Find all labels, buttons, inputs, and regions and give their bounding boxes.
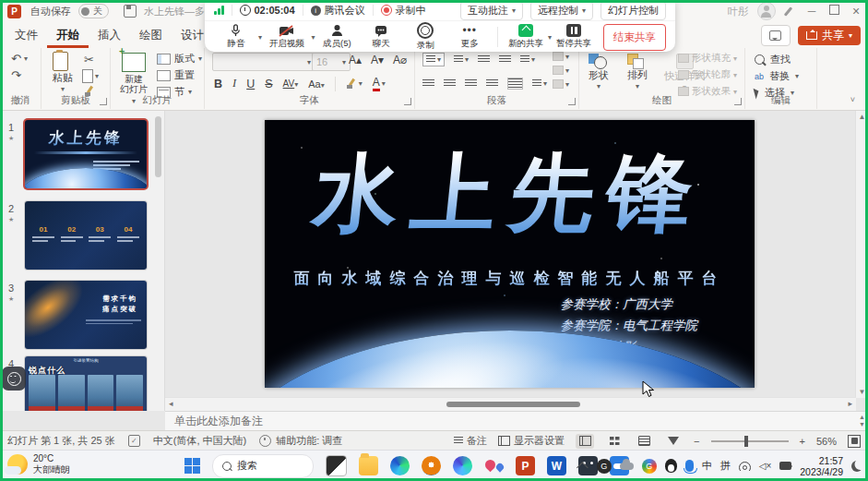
distribute-button[interactable] (507, 78, 523, 90)
font-color-button[interactable]: A▾ (373, 76, 386, 91)
shapes-button[interactable]: 形状 ▾ (589, 54, 609, 90)
clear-formatting-button[interactable]: A⌀ (393, 54, 407, 66)
notes-toggle-button[interactable]: 备注 (454, 434, 487, 448)
horizontal-scrollbar[interactable]: ◂ ▸ (165, 397, 856, 411)
tray-g-color-icon[interactable]: G (642, 459, 657, 474)
ime-language-button[interactable]: 中 (702, 459, 712, 473)
view-slide-sorter-button[interactable] (605, 434, 624, 449)
end-share-button[interactable]: 结束共享 (603, 24, 666, 51)
volume-muted-icon[interactable]: ◁× (759, 461, 772, 471)
underline-button[interactable]: U (246, 78, 255, 90)
scroll-right-icon[interactable]: ▸ (848, 399, 852, 408)
wifi-icon[interactable] (739, 462, 751, 471)
weather-widget[interactable]: 20°C大部晴朗 (7, 453, 70, 475)
zoom-in-button[interactable]: + (800, 436, 805, 447)
maximize-button[interactable] (827, 5, 840, 18)
notes-resize-arrows[interactable]: ▲▼ (859, 414, 865, 428)
mute-button[interactable]: 静音 (214, 24, 258, 50)
chat-button[interactable]: 聊天 (359, 25, 403, 50)
undo-button[interactable]: ↶▾ (11, 52, 28, 66)
tray-camera-icon[interactable] (779, 462, 791, 470)
zoom-slider[interactable] (711, 440, 789, 442)
slide-3-thumbnail[interactable]: 需求千钧痛点突破 (25, 281, 147, 349)
decrease-indent-button[interactable] (478, 55, 490, 64)
align-center-button[interactable] (444, 79, 456, 88)
start-button[interactable] (184, 458, 200, 474)
align-right-button[interactable] (465, 79, 477, 88)
ime-mode-button[interactable]: 拼 (720, 459, 731, 473)
italic-button[interactable]: I (232, 77, 236, 90)
members-button[interactable]: 成员(5) (315, 24, 359, 50)
arrange-button[interactable]: 排列 ▾ (627, 54, 648, 90)
tab-home[interactable]: 开始 (47, 22, 89, 48)
browser-app-icon[interactable] (453, 456, 472, 475)
layout-button[interactable]: 版式▾ (157, 52, 202, 66)
minimize-button[interactable]: ─ (805, 5, 818, 18)
redo-button[interactable]: ↷ (11, 68, 21, 82)
view-reading-button[interactable] (635, 434, 653, 449)
tab-file[interactable]: 文件 (6, 22, 47, 48)
slide-2-thumbnail[interactable]: 01 02 03 04 (25, 201, 147, 270)
notes-bar[interactable]: 单击此处添加备注 ▲▼ (165, 411, 868, 430)
task-view-button[interactable] (326, 455, 347, 476)
remote-control-button[interactable]: 远程控制▾ (530, 1, 593, 20)
text-direction-button[interactable]: ▾ (553, 52, 569, 61)
copy-button[interactable]: ▾ (82, 69, 99, 83)
zoom-out-button[interactable]: − (694, 436, 699, 447)
align-left-button[interactable] (422, 79, 434, 88)
voice-input-icon[interactable] (685, 460, 694, 472)
accessibility-status[interactable]: 辅助功能: 调查 (259, 434, 342, 448)
cut-button[interactable]: ✂ (84, 53, 94, 66)
highlight-button[interactable]: ▾ (346, 78, 363, 90)
drawing-dialog-launcher[interactable] (734, 98, 742, 105)
columns-button[interactable]: ▾ (532, 79, 547, 88)
word-taskbar-icon[interactable]: W (547, 456, 566, 475)
tray-cloud-icon[interactable] (620, 463, 634, 470)
view-normal-button[interactable] (576, 434, 594, 449)
powerpoint-taskbar-icon[interactable]: P (516, 456, 535, 475)
display-settings-button[interactable]: 显示器设置 (498, 434, 565, 448)
font-size-combo[interactable]: 16▾ (312, 53, 351, 71)
tray-g-dark-icon[interactable]: G (597, 459, 612, 474)
tab-draw[interactable]: 绘图 (130, 22, 172, 48)
shape-outline-button[interactable]: 形状轮廓▾ (678, 68, 737, 81)
align-text-button[interactable]: ▾ (553, 66, 569, 75)
justify-button[interactable] (486, 79, 498, 88)
shape-fill-button[interactable]: 形状填充▾ (678, 52, 737, 65)
bold-button[interactable]: B (214, 78, 222, 90)
slide-1-thumbnail[interactable]: 水上先锋 (25, 120, 147, 188)
close-button[interactable]: × (850, 4, 862, 18)
edge-browser-icon[interactable] (390, 456, 410, 475)
autosave-toggle[interactable]: 关 (78, 4, 109, 18)
focus-assist-moon-icon[interactable] (851, 461, 862, 472)
hearts-app-icon[interactable] (484, 456, 504, 475)
grow-font-button[interactable]: A▴ (349, 54, 362, 66)
change-case-button[interactable]: Aa▾ (308, 78, 324, 90)
annotate-button[interactable]: 互动批注▾ (460, 1, 523, 20)
character-spacing-button[interactable]: AV▾ (283, 78, 299, 89)
collapse-ribbon-button[interactable]: ˅ (850, 95, 855, 104)
pause-share-button[interactable]: 暂停共享 (552, 24, 596, 50)
line-spacing-button[interactable]: ▾ (520, 55, 535, 64)
thumbnails-scrollbar[interactable] (155, 116, 161, 177)
clipboard-dialog-launcher[interactable] (100, 98, 107, 105)
spellcheck-icon[interactable]: ✓ (128, 435, 140, 447)
taskbar-search[interactable]: 搜索 (212, 454, 314, 478)
new-share-button[interactable]: 新的共享 (504, 24, 548, 50)
horizontal-scroll-thumb[interactable] (446, 402, 580, 407)
find-button[interactable]: 查找 (755, 53, 791, 66)
font-dialog-launcher[interactable] (404, 98, 411, 105)
paste-button[interactable]: 粘贴 ▾ (53, 52, 73, 93)
blender-app-icon[interactable] (422, 456, 441, 475)
slide-control-button[interactable]: 幻灯片控制 (600, 1, 666, 20)
vertical-scrollbar[interactable]: ▲ ▼ (855, 111, 868, 398)
bullets-button[interactable]: ▾ (422, 53, 445, 66)
camera-button[interactable]: 开启视频 (262, 25, 311, 50)
slide-canvas[interactable]: 水上先锋 面向水域综合治理与巡检智能无人船平台 参赛学校：广西大学 参赛学院：电… (265, 120, 755, 388)
zoom-level[interactable]: 56% (816, 436, 837, 447)
strikethrough-button[interactable]: S (265, 78, 272, 90)
fit-to-window-button[interactable] (848, 435, 861, 448)
scroll-left-icon[interactable]: ◂ (169, 399, 173, 408)
more-button[interactable]: ••• 更多 (447, 24, 492, 50)
save-icon[interactable] (124, 5, 137, 18)
